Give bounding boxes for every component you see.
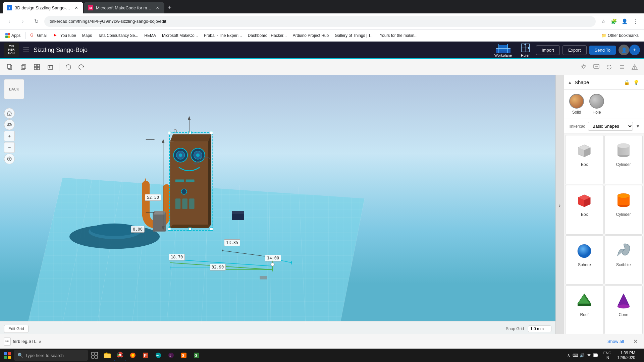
delete-button[interactable] xyxy=(44,61,56,73)
tinkercad-logo[interactable]: TINKERCAD xyxy=(4,43,19,57)
wifi-icon[interactable] xyxy=(586,352,592,358)
language-indicator[interactable]: ENGIN xyxy=(602,350,613,361)
fit-view-btn[interactable] xyxy=(4,154,15,164)
refresh-view-btn[interactable] xyxy=(604,62,614,72)
powerpoint-taskbar-icon[interactable]: P xyxy=(140,349,152,361)
address-input[interactable] xyxy=(44,16,596,27)
bookmark-dashboard[interactable]: Dashboard | Hacker... xyxy=(245,32,289,39)
shape-collapse-icon[interactable]: ▲ xyxy=(568,80,572,85)
tab-inactive[interactable]: M Microsoft MakeCode for micro:... ✕ xyxy=(84,2,164,13)
forward-button[interactable]: › xyxy=(17,16,28,27)
viewport[interactable]: 52.50 0.00 13.85 18.70 32.90 14.00 BACK … xyxy=(0,75,555,336)
bookmark-gallery[interactable]: Gallery of Things | T... xyxy=(332,32,376,39)
arduino-taskbar-icon[interactable]: ∞ xyxy=(152,349,164,361)
profile-icon[interactable]: 👤 xyxy=(620,17,629,26)
bookmark-yours[interactable]: Yours for the makin... xyxy=(377,32,420,39)
chrome-taskbar-icon[interactable] xyxy=(114,349,126,361)
start-button[interactable] xyxy=(1,349,13,361)
show-all-button[interactable]: Show all xyxy=(603,337,628,346)
svg-rect-72 xyxy=(169,133,213,231)
extension-icon[interactable]: 🧩 xyxy=(609,17,619,26)
shape-box-grey[interactable]: Box xyxy=(565,135,604,184)
bookmark-hema[interactable]: HEMA xyxy=(142,32,159,39)
solid-circle xyxy=(569,94,584,109)
refresh-button[interactable]: ↻ xyxy=(31,16,42,27)
hema-label: HEMA xyxy=(144,33,156,38)
back-view-button[interactable]: BACK xyxy=(4,79,24,99)
shape-box-red[interactable]: Box xyxy=(565,185,604,234)
battery-icon[interactable] xyxy=(593,352,599,358)
shape-roof-green[interactable]: Roof xyxy=(565,285,604,335)
green-app-taskbar-icon[interactable]: G xyxy=(191,349,203,361)
add-user-button[interactable]: + xyxy=(629,45,640,55)
tab-active[interactable]: T 3D design Sizzling Sango-Bojo | ✕ xyxy=(3,2,83,13)
tray-expand-icon[interactable]: ∧ xyxy=(566,352,572,358)
download-close-button[interactable]: ✕ xyxy=(631,337,640,346)
bookmark-gmail[interactable]: G Gmail xyxy=(28,32,50,40)
zoom-out-btn[interactable]: − xyxy=(4,142,15,153)
tab-close-1[interactable]: ✕ xyxy=(73,5,79,11)
bookmark-makecode[interactable]: Microsoft MakeCo... xyxy=(159,32,201,39)
align-view-btn[interactable] xyxy=(616,62,627,72)
bookmark-arduino[interactable]: Arduino Project Hub xyxy=(290,32,331,39)
bookmark-youtube[interactable]: ▶ YouTube xyxy=(51,32,79,40)
slack-taskbar-icon[interactable]: # xyxy=(165,349,177,361)
menu-hamburger-icon[interactable] xyxy=(21,45,31,55)
duplicate-button[interactable] xyxy=(17,61,30,73)
shape-scribble[interactable]: Scribble xyxy=(604,235,643,285)
volume-icon[interactable]: 🔊 xyxy=(579,352,585,358)
menu-icon[interactable]: ⋮ xyxy=(631,17,640,26)
other-bookmarks[interactable]: 📁 Other bookmarks xyxy=(599,32,641,39)
send-to-button[interactable]: Send To xyxy=(589,46,616,55)
copy-button[interactable] xyxy=(4,61,16,73)
workplane-btn[interactable]: Workplane xyxy=(492,42,515,58)
firefox-taskbar-icon[interactable] xyxy=(127,349,139,361)
task-view-button[interactable] xyxy=(89,349,101,361)
apps-grid-icon xyxy=(5,33,10,38)
lock-icon[interactable]: 🔒 xyxy=(623,78,631,86)
taskbar-search[interactable]: 🔍 Type here to search xyxy=(14,350,88,361)
bookmark-apps[interactable]: Apps xyxy=(3,32,23,39)
redo-button[interactable] xyxy=(75,61,88,73)
user-avatar[interactable]: 👤 xyxy=(619,45,629,55)
scratch-taskbar-icon[interactable]: S xyxy=(178,349,190,361)
download-chevron-icon[interactable]: ∧ xyxy=(39,339,42,344)
import-button[interactable]: Import xyxy=(536,45,560,55)
youtube-icon: ▶ xyxy=(54,33,59,38)
shape-scribble-thumb xyxy=(613,240,634,261)
svg-rect-154 xyxy=(597,355,598,356)
back-button[interactable]: ‹ xyxy=(4,16,15,27)
zoom-in-btn[interactable]: + xyxy=(4,131,15,141)
hole-option[interactable]: Hole xyxy=(589,94,604,115)
category-select[interactable]: Basic Shapes xyxy=(588,122,633,131)
shape-cone-purple[interactable]: Cone xyxy=(604,285,643,335)
undo-button[interactable] xyxy=(62,61,74,73)
tab-close-2[interactable]: ✕ xyxy=(154,5,160,11)
shape-cylinder-grey[interactable]: Cylinder xyxy=(604,135,643,184)
light-view-btn[interactable] xyxy=(578,62,589,72)
file-explorer-button[interactable] xyxy=(101,349,113,361)
orbit-view-btn[interactable] xyxy=(4,119,15,130)
new-tab-button[interactable]: + xyxy=(165,3,174,12)
export-button[interactable]: Export xyxy=(562,45,587,55)
home-view-btn[interactable] xyxy=(4,108,15,119)
keyboard-icon[interactable]: ⌨ xyxy=(573,352,579,358)
chat-view-btn[interactable] xyxy=(591,62,602,72)
bookmark-tcs[interactable]: Tata Consultancy Se... xyxy=(95,32,141,39)
shape-sphere-blue[interactable]: Sphere xyxy=(565,235,604,285)
ruler-btn[interactable]: Ruler xyxy=(517,42,533,58)
edit-grid-button[interactable]: Edit Grid xyxy=(4,325,29,333)
bulb-icon[interactable]: 💡 xyxy=(632,78,640,86)
snap-grid-input[interactable] xyxy=(528,325,551,332)
system-clock[interactable]: 1:39 PM 12/9/2020 xyxy=(615,351,638,360)
bookmark-star-icon[interactable]: ☆ xyxy=(598,17,608,26)
panel-expand-btn[interactable]: › xyxy=(555,75,564,336)
shape-cylinder-orange[interactable]: Cylinder xyxy=(604,185,643,234)
measure-view-btn[interactable] xyxy=(629,62,640,72)
solid-option[interactable]: Solid xyxy=(569,94,584,115)
show-desktop-btn[interactable] xyxy=(640,352,643,358)
bookmark-maps[interactable]: Maps xyxy=(79,32,95,39)
bookmark-prabal[interactable]: Prabal - The Experi... xyxy=(201,32,245,39)
group-button[interactable] xyxy=(31,61,43,73)
dim-13-85: 13.85 xyxy=(224,239,240,246)
